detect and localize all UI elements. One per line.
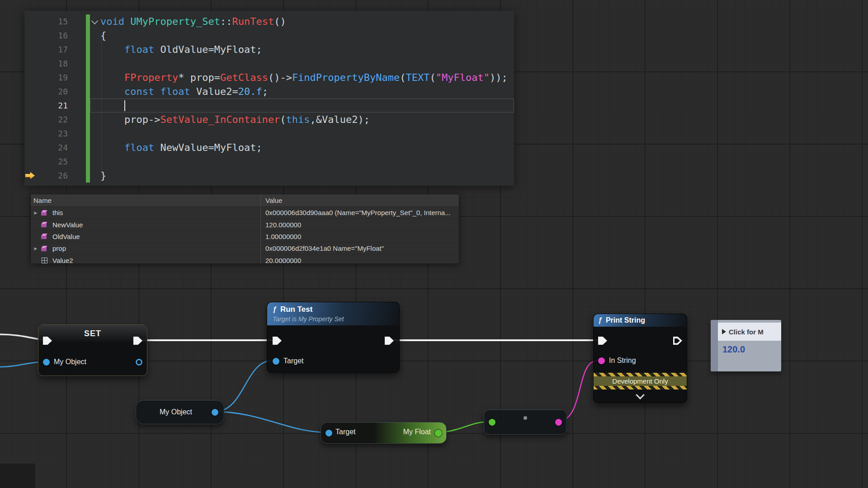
target-input-pin[interactable] (273, 358, 279, 365)
variable-value[interactable]: 0x000006d2f034e1a0 Name="MyFloat" (262, 244, 459, 252)
my-object-output-pin[interactable] (212, 409, 218, 416)
debug-widget-header[interactable]: Click for M (718, 323, 781, 341)
expand-toggle[interactable]: ▶ (31, 246, 41, 251)
change-marker-bar (86, 28, 90, 42)
print-string-header: ƒ Print String (594, 314, 687, 327)
print-string-title: Print String (606, 316, 645, 324)
breakpoint-gutter[interactable] (24, 155, 36, 169)
change-marker-bar (86, 56, 90, 70)
variable-value[interactable]: 1.00000000 (262, 233, 459, 240)
object-wire-to-target (215, 361, 272, 412)
breakpoint-gutter[interactable] (24, 28, 36, 42)
watch-row[interactable]: NewValue120.000000 (31, 219, 459, 230)
watch-row[interactable]: ▶prop0x000006d2f034e1a0 Name="MyFloat" (31, 243, 459, 254)
exec-in-pin[interactable] (43, 337, 52, 345)
exec-out-pin[interactable] (673, 337, 682, 345)
debug-widget-edge (711, 320, 718, 371)
breakpoint-gutter[interactable] (24, 14, 36, 28)
debug-value-widget[interactable]: Click for M 120.0 (711, 320, 781, 371)
print-string-node[interactable]: ƒ Print String In String Development Onl… (593, 314, 687, 403)
set-node[interactable]: SET My Object (38, 324, 147, 376)
in-string-pin-label: In String (609, 357, 636, 365)
line-number[interactable]: 15 (36, 17, 68, 26)
code-text: { (90, 28, 514, 42)
string-output-pin[interactable] (555, 419, 562, 426)
line-number[interactable]: 17 (36, 45, 68, 54)
breakpoint-gutter[interactable] (24, 42, 36, 56)
code-line: 26} (24, 169, 514, 183)
breakpoint-gutter[interactable] (24, 113, 36, 127)
my-object-input-pin[interactable] (43, 359, 50, 366)
line-number[interactable]: 18 (36, 59, 68, 68)
breakpoint-gutter[interactable] (24, 56, 36, 70)
watch-row[interactable]: Value220.0000000 (31, 255, 459, 264)
float-input-pin[interactable] (489, 419, 495, 426)
code-text: float OldValue=MyFloat; (90, 42, 514, 56)
line-number[interactable]: 21 (36, 101, 68, 110)
code-line: 24 float NewValue=MyFloat; (24, 141, 514, 155)
function-icon: ƒ (273, 305, 277, 314)
code-text (90, 99, 514, 113)
expand-toggle[interactable]: ▶ (31, 211, 41, 215)
object-wire-offscreen (0, 362, 43, 367)
change-marker-bar (86, 155, 90, 169)
fold-chevron-icon[interactable] (91, 18, 99, 25)
variable-name: prop (52, 244, 262, 252)
line-number[interactable]: 19 (36, 73, 68, 82)
code-line: 15void UMyProperty_Set::RunTest() (24, 14, 514, 28)
line-number[interactable]: 22 (36, 115, 68, 124)
exec-in-pin[interactable] (598, 337, 607, 345)
run-test-node[interactable]: ƒ Run Test Target is My Property Set Tar… (267, 302, 400, 373)
line-number[interactable]: 16 (36, 31, 68, 40)
breakpoint-gutter[interactable] (24, 70, 36, 84)
my-float-output-pin[interactable] (435, 430, 442, 436)
line-number[interactable]: 26 (36, 171, 68, 180)
column-separator[interactable] (260, 194, 261, 263)
code-line: 16{ (24, 28, 514, 42)
breakpoint-gutter[interactable] (24, 84, 36, 99)
variable-value[interactable]: 20.0000000 (262, 257, 459, 264)
line-number[interactable]: 23 (36, 129, 68, 138)
breakpoint-gutter[interactable] (24, 141, 36, 155)
exec-wire-in (0, 334, 43, 340)
variable-value[interactable]: 0x000006d30d90aaa0 (Name="MyProperty_Set… (262, 209, 459, 216)
grid-icon (41, 257, 48, 264)
exec-in-pin[interactable] (273, 337, 282, 345)
field-icon (41, 233, 48, 240)
in-string-input-pin[interactable] (598, 357, 605, 364)
change-marker-bar (86, 169, 90, 183)
code-line: 25 (24, 155, 514, 169)
watch-row[interactable]: OldValue1.00000000 (31, 231, 459, 243)
target-input-pin[interactable] (326, 430, 332, 436)
my-object-output-pin[interactable] (136, 359, 142, 366)
watch-row[interactable]: ▶this0x000006d30d90aaa0 (Name="MyPropert… (31, 207, 459, 219)
line-number[interactable]: 25 (36, 157, 68, 166)
exec-out-pin[interactable] (133, 337, 142, 345)
variable-name: NewValue (52, 221, 262, 229)
text-cursor (124, 100, 125, 111)
watch-header: Name Value (31, 194, 459, 207)
breakpoint-gutter[interactable] (24, 99, 36, 113)
code-text: float NewValue=MyFloat; (90, 141, 514, 155)
development-only-banner: Development Only (594, 373, 687, 389)
exec-out-pin[interactable] (385, 337, 394, 345)
float-to-string-conversion-node[interactable] (484, 409, 567, 435)
debug-widget-header-label: Click for M (729, 328, 764, 336)
debug-widget-value: 120.0 (722, 344, 745, 355)
breakpoint-gutter[interactable] (24, 127, 36, 141)
variable-value[interactable]: 120.000000 (262, 221, 459, 229)
code-line: 23 (24, 127, 514, 141)
watch-column-name: Name (31, 197, 262, 204)
my-object-label: My Object (160, 408, 192, 416)
watch-panel[interactable]: Name Value ▶this0x000006d30d90aaa0 (Name… (30, 194, 459, 264)
hazard-stripe (594, 373, 687, 376)
code-editor[interactable]: 15void UMyProperty_Set::RunTest()16{17 f… (24, 11, 514, 186)
line-number[interactable]: 20 (36, 87, 68, 96)
development-only-label: Development Only (594, 376, 687, 386)
line-number[interactable]: 24 (36, 143, 68, 152)
breakpoint-gutter[interactable] (24, 169, 36, 183)
target-pin-label: Target (335, 428, 355, 436)
my-object-getter-node[interactable]: My Object (136, 400, 224, 424)
expand-node-chevron-icon[interactable] (636, 390, 645, 399)
get-my-float-node[interactable]: Target My Float (321, 422, 447, 444)
